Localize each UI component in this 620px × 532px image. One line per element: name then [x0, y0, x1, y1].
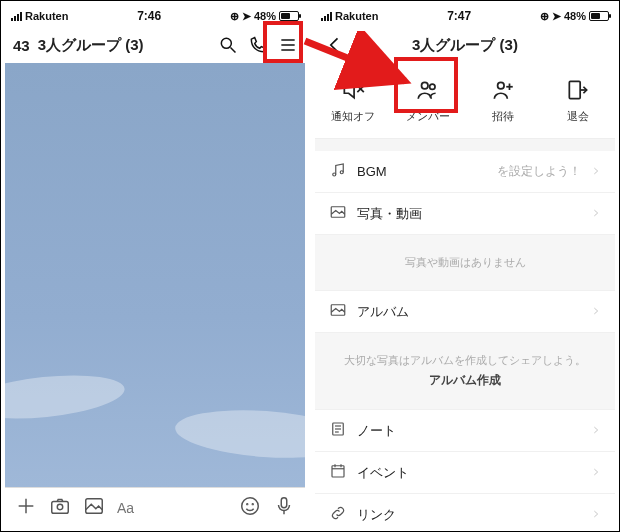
chevron-right-icon	[591, 465, 601, 480]
chevron-right-icon	[591, 206, 601, 221]
phone-left: Rakuten 7:46 ⊕ ➤ 48% 43 3人グループ (3)	[5, 5, 305, 527]
chevron-right-icon	[591, 164, 601, 179]
battery-icon	[589, 11, 609, 21]
back-count: 43	[13, 37, 30, 54]
chat-title: 3人グループ (3)	[38, 36, 209, 55]
svg-point-17	[421, 82, 428, 89]
gallery-icon[interactable]	[83, 495, 105, 520]
battery-icon	[279, 11, 299, 21]
call-icon[interactable]	[247, 34, 269, 56]
chevron-right-icon	[591, 507, 601, 522]
menu-list: BGM を設定しよう！ 写真・動画 写真や動画はありません	[315, 151, 615, 527]
menu-links[interactable]: リンク	[315, 494, 615, 527]
back-button[interactable]: 43	[11, 37, 30, 54]
svg-point-10	[242, 498, 259, 515]
action-leave[interactable]: 退会	[540, 63, 615, 138]
chat-navbar: 43 3人グループ (3)	[5, 27, 305, 63]
status-time: 7:46	[72, 9, 226, 23]
menu-events-label: イベント	[357, 464, 409, 482]
svg-point-11	[247, 504, 248, 505]
menu-icon[interactable]	[277, 34, 299, 56]
svg-point-0	[221, 38, 231, 48]
camera-icon[interactable]	[49, 495, 71, 520]
chat-body[interactable]	[5, 63, 305, 487]
action-members-label: メンバー	[406, 109, 450, 124]
action-mute-label: 通知オフ	[331, 109, 375, 124]
action-leave-label: 退会	[567, 109, 589, 124]
chat-input-bar	[5, 487, 305, 527]
section-spacer	[315, 139, 615, 151]
menu-links-label: リンク	[357, 506, 396, 524]
emoji-icon[interactable]	[239, 495, 261, 520]
menu-photos-label: 写真・動画	[357, 205, 422, 223]
detail-navbar: 3人グループ (3)	[315, 27, 615, 63]
action-row: 通知オフ メンバー 招待 退会	[315, 63, 615, 139]
svg-point-12	[252, 504, 253, 505]
menu-notes-label: ノート	[357, 422, 396, 440]
menu-album[interactable]: アルバム	[315, 291, 615, 333]
battery-pct: 48%	[254, 10, 276, 22]
carrier-label: Rakuten	[335, 10, 378, 22]
action-invite-label: 招待	[492, 109, 514, 124]
location-icon: ➤	[552, 10, 561, 23]
status-bar: Rakuten 7:47 ⊕ ➤ 48%	[315, 5, 615, 27]
plus-icon[interactable]	[15, 495, 37, 520]
cloud-decoration	[0, 369, 127, 426]
status-bar: Rakuten 7:46 ⊕ ➤ 48%	[5, 5, 305, 27]
photos-empty-placeholder: 写真や動画はありません	[315, 235, 615, 291]
menu-bgm-hint: を設定しよう！	[497, 163, 581, 180]
album-create-cta: アルバム作成	[323, 372, 607, 389]
svg-point-19	[497, 82, 504, 89]
carrier-label: Rakuten	[25, 10, 68, 22]
album-empty-placeholder[interactable]: 大切な写真はアルバムを作成してシェアしよう。 アルバム作成	[315, 333, 615, 410]
svg-rect-7	[52, 501, 69, 513]
svg-line-1	[231, 48, 236, 53]
note-icon	[329, 420, 347, 441]
link-icon	[329, 504, 347, 525]
phone-right: Rakuten 7:47 ⊕ ➤ 48% 3人グループ (3) 通知オフ	[315, 5, 615, 527]
status-time: 7:47	[382, 9, 536, 23]
action-mute[interactable]: 通知オフ	[315, 63, 390, 138]
alarm-icon: ⊕	[230, 10, 239, 23]
signal-icon	[321, 11, 332, 21]
chevron-right-icon	[591, 304, 601, 319]
menu-events[interactable]: イベント	[315, 452, 615, 494]
svg-point-18	[429, 84, 434, 89]
chevron-right-icon	[591, 423, 601, 438]
photo-icon	[329, 203, 347, 224]
music-icon	[329, 161, 347, 182]
calendar-icon	[329, 462, 347, 483]
alarm-icon: ⊕	[540, 10, 549, 23]
menu-album-label: アルバム	[357, 303, 409, 321]
signal-icon	[11, 11, 22, 21]
menu-bgm[interactable]: BGM を設定しよう！	[315, 151, 615, 193]
menu-bgm-label: BGM	[357, 164, 387, 179]
svg-point-23	[333, 173, 336, 176]
album-icon	[329, 301, 347, 322]
action-invite[interactable]: 招待	[465, 63, 540, 138]
battery-pct: 48%	[564, 10, 586, 22]
svg-point-24	[340, 171, 343, 174]
menu-photos[interactable]: 写真・動画	[315, 193, 615, 235]
action-members[interactable]: メンバー	[390, 63, 465, 138]
message-input[interactable]	[117, 500, 227, 516]
svg-rect-22	[569, 81, 580, 98]
svg-point-8	[57, 504, 63, 510]
menu-notes[interactable]: ノート	[315, 410, 615, 452]
svg-rect-13	[281, 498, 287, 508]
mic-icon[interactable]	[273, 495, 295, 520]
detail-title: 3人グループ (3)	[325, 36, 605, 55]
svg-rect-31	[332, 466, 344, 477]
search-icon[interactable]	[217, 34, 239, 56]
location-icon: ➤	[242, 10, 251, 23]
